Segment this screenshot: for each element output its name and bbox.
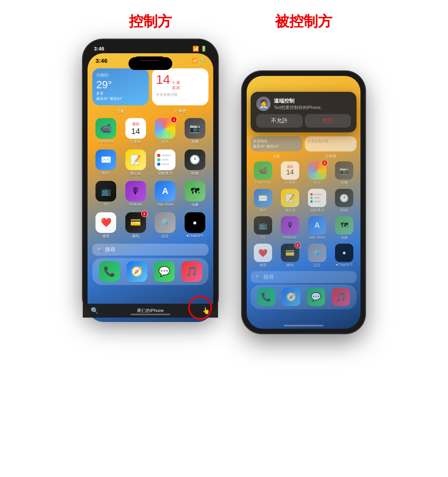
r-search-bar[interactable]: 🔍 搜尋 <box>251 271 356 283</box>
r-app-calendar[interactable]: 週四 14 行事曆 <box>278 161 302 186</box>
outer-status-bar: 3:46 📶 🔋 <box>88 44 213 53</box>
r-app-podcast[interactable]: 🎙 Podcast <box>278 216 302 240</box>
r-app-camera[interactable]: 📷 相機 <box>332 161 356 186</box>
r-dock-safari[interactable]: 🧭 <box>282 288 300 306</box>
chatgpt-label: ●ChatGPT <box>186 234 203 238</box>
settings-icon: ⚙️ <box>155 212 175 233</box>
app-chatgpt[interactable]: ● ●ChatGPT <box>181 212 209 239</box>
r-dock-phone[interactable]: 📞 <box>257 288 275 306</box>
chatgpt-icon: ● <box>185 212 205 233</box>
app-appstore[interactable]: A App Store <box>152 181 179 207</box>
search-bottom-icon[interactable]: 🔍 <box>91 307 99 314</box>
status-icons: 📶🔋 <box>192 58 205 63</box>
weather-widget: 信義區↑ 29° 多雲 最高30° 最低24° <box>92 68 149 105</box>
outer-time: 3:46 <box>94 46 104 52</box>
outer-icons: 📶 🔋 <box>193 46 207 52</box>
r-app-mail[interactable]: ✉️ 郵件 <box>251 189 275 213</box>
messages-icon: 💬 <box>154 261 175 282</box>
mail-label: 郵件 <box>102 171 109 176</box>
r-music-icon: 🎵 <box>332 288 350 306</box>
right-app-grid-row4: ❤️ 健康 💳 2 錢包 ⚙️ 設定 <box>247 242 360 270</box>
widget-labels: 天氣 行事曆 <box>88 108 213 116</box>
clock-label: 時鐘 <box>191 171 199 176</box>
right-app-grid-row1: 📹 FaceTime 週四 14 行事曆 <box>247 160 360 187</box>
r-wallet-badge: 2 <box>294 242 301 248</box>
r-app-appstore[interactable]: A App Store <box>305 216 329 240</box>
right-iphone-screen: 🧑‍💼 遠端控制 Ted想要控制你的iPhone。 不允許 允許 <box>247 76 360 329</box>
dock-music[interactable]: 🎵 <box>181 261 202 282</box>
r-photos-label: 照片 <box>314 180 321 186</box>
dock: 📞 🧭 💬 🎵 <box>92 258 208 285</box>
r-app-health[interactable]: ❤️ 健康 <box>251 244 275 268</box>
notif-header: 🧑‍💼 遠端控制 Ted想要控制你的iPhone。 <box>256 97 351 111</box>
weather-range: 最高30° 最低24° <box>96 96 145 101</box>
podcast-icon: 🎙 <box>125 181 146 202</box>
r-settings-icon: ⚙️ <box>308 244 326 262</box>
r-app-settings[interactable]: ⚙️ 設定 <box>305 244 329 268</box>
mail-icon: ✉️ <box>95 149 116 170</box>
r-app-chatgpt[interactable]: ● ●ChatGPT <box>332 244 356 268</box>
tv-label: TV <box>103 202 108 206</box>
left-iphone-screen: 3:46 ──────── 📶🔋 信義區↑ 29° 多雲 最高3 <box>88 53 213 322</box>
r-clock-label: 時鐘 <box>341 208 348 213</box>
app-grid-row1: 📹 FaceTime 週四 14 行事曆 <box>88 116 213 147</box>
notif-subtitle: Ted想要控制你的iPhone。 <box>274 105 351 111</box>
allow-button[interactable]: 允許 <box>305 114 351 128</box>
r-appstore-label: App Store <box>309 235 325 239</box>
r-dock-music[interactable]: 🎵 <box>332 288 350 306</box>
r-app-notes[interactable]: 📝 備忘錄 <box>278 189 302 213</box>
r-app-maps[interactable]: 🗺 地圖 <box>332 216 356 240</box>
r-mail-label: 郵件 <box>259 208 267 213</box>
app-settings[interactable]: ⚙️ 設定 <box>152 212 179 239</box>
calendar-day: 14 <box>156 72 170 87</box>
r-podcast-icon: 🎙 <box>281 216 299 235</box>
app-wallet[interactable]: 💳 2 錢包 <box>122 212 150 239</box>
photos-badge: 1 <box>171 116 177 123</box>
dock-messages[interactable]: 💬 <box>154 261 175 282</box>
app-maps[interactable]: 🗺 地圖 <box>181 181 209 207</box>
r-app-tv[interactable]: 📺 TV <box>251 216 275 240</box>
r-facetime-label: FaceTime <box>255 180 271 184</box>
app-tv[interactable]: 📺 TV <box>92 181 120 207</box>
photos-icon: 1 <box>155 118 175 139</box>
notes-icon: 📝 <box>125 149 146 170</box>
app-health[interactable]: ❤️ 健康 <box>92 212 120 239</box>
notification-banner: 🧑‍💼 遠端控制 Ted想要控制你的iPhone。 不允許 允許 <box>251 92 356 132</box>
app-mail[interactable]: ✉️ 郵件 <box>92 149 120 176</box>
left-title: 控制方 <box>129 12 172 31</box>
pointer-icon[interactable]: 👆 <box>202 307 210 314</box>
app-podcast[interactable]: 🎙 Podcast <box>122 181 150 207</box>
bottom-bar: 🔍 果仁的iPhone 👆 <box>83 304 218 318</box>
weather-temp: 29° <box>96 79 145 91</box>
app-camera[interactable]: 📷 相機 <box>181 118 209 145</box>
dock-phone[interactable]: 📞 <box>99 261 120 282</box>
app-facetime[interactable]: 📹 FaceTime <box>92 118 120 145</box>
r-app-reminders[interactable]: 提醒事項 <box>305 189 329 213</box>
dock-safari[interactable]: 🧭 <box>127 261 147 282</box>
r-podcast-label: Podcast <box>284 235 297 239</box>
screen-content-behind: 多雲時陰 最高30° 最低24° 今天沒有行程 天氣 行事曆 <box>247 136 360 309</box>
deny-button[interactable]: 不允許 <box>256 114 303 128</box>
widgets-area: 信義區↑ 29° 多雲 最高30° 最低24° 14 十 週 四 四 <box>88 66 213 108</box>
r-app-facetime[interactable]: 📹 FaceTime <box>251 161 275 186</box>
app-notes[interactable]: 📝 備忘錄 <box>122 149 150 176</box>
r-home-indicator <box>284 325 323 326</box>
r-dock-messages[interactable]: 💬 <box>307 288 325 306</box>
tv-icon: 📺 <box>95 181 116 202</box>
search-bar[interactable]: 🔍 搜尋 <box>92 244 208 256</box>
app-clock[interactable]: 🕐 時鐘 <box>181 149 209 176</box>
wallet-badge: 2 <box>141 211 148 217</box>
r-app-wallet[interactable]: 💳 2 錢包 <box>278 244 302 268</box>
calendar-widget: 14 十 週 四 四 今天沒有行程 <box>152 68 208 105</box>
r-app-clock[interactable]: 🕐 時鐘 <box>332 189 356 213</box>
right-app-grid-row2: ✉️ 郵件 📝 備忘錄 <box>247 187 360 215</box>
left-iphone-frame: 3:46 📶 🔋 3:46 ──────── 📶🔋 <box>83 39 218 318</box>
r-settings-label: 設定 <box>314 263 321 268</box>
app-photos[interactable]: 1 照片 <box>152 118 179 145</box>
screen-time: 3:46 <box>95 57 107 64</box>
r-photos-icon: 1 <box>308 161 326 180</box>
app-calendar[interactable]: 週四 14 行事曆 <box>122 118 150 145</box>
r-app-photos[interactable]: 1 照片 <box>305 161 329 186</box>
app-reminders[interactable]: 提醒事項 <box>152 149 179 176</box>
search-text: 搜尋 <box>105 246 115 253</box>
